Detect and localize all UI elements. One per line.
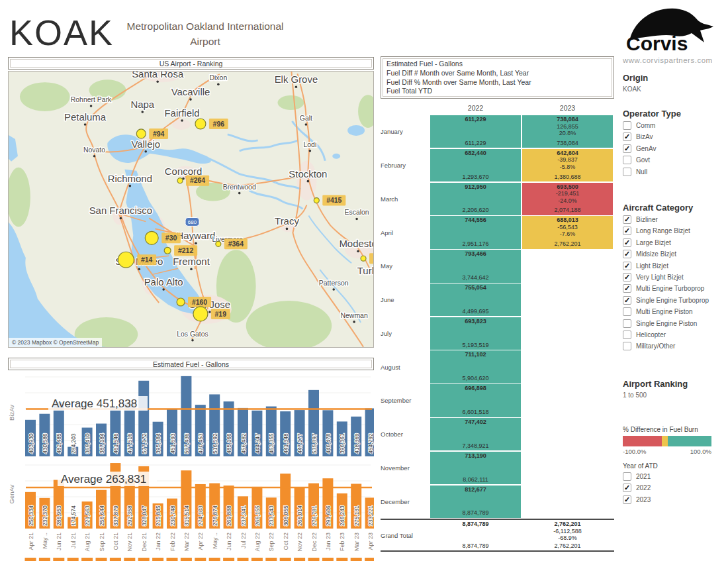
checkbox[interactable] xyxy=(623,319,631,328)
x-axis-tick[interactable] xyxy=(53,558,64,561)
fuel-cell-2022[interactable]: 611,229611,229 xyxy=(430,115,521,148)
airport-bubble[interactable] xyxy=(195,119,206,129)
fuel-cell-2023[interactable]: 688,013-56,543-7.6%2,762,201 xyxy=(522,216,613,248)
checkbox-item-bizliner[interactable]: ✓Bizliner xyxy=(623,215,723,224)
x-axis-tick[interactable] xyxy=(124,558,135,561)
x-axis-tick[interactable] xyxy=(238,558,249,561)
checkbox[interactable] xyxy=(623,168,631,176)
airport-marker-19[interactable]: #19 xyxy=(193,307,230,321)
checkbox[interactable]: ✓ xyxy=(623,144,631,153)
airport-bubble[interactable] xyxy=(216,241,221,246)
x-axis-tick[interactable] xyxy=(25,558,36,561)
fuel-cell-2022[interactable]: 696,8986,601,518 xyxy=(430,384,521,417)
checkbox[interactable]: ✓ xyxy=(623,215,631,224)
checkbox[interactable] xyxy=(623,472,631,481)
airport-ranking-value[interactable]: 1 to 500 xyxy=(623,391,723,399)
website-link[interactable]: www.corvispartners.com xyxy=(623,56,713,64)
checkbox[interactable] xyxy=(623,307,631,316)
checkbox[interactable]: ✓ xyxy=(623,250,631,258)
checkbox-item-null[interactable]: Null xyxy=(623,168,723,176)
fuel-cell-2023[interactable]: 738,084126,85520.8%738,084 xyxy=(522,115,613,148)
checkbox[interactable] xyxy=(623,156,631,164)
checkbox[interactable] xyxy=(623,342,631,350)
checkbox-item-single-engine-turboprop[interactable]: ✓Single Engine Turboprop xyxy=(623,296,723,305)
fuel-cell-2022[interactable]: 812,6778,874,789 xyxy=(430,486,521,518)
fuel-burn-gradient[interactable] xyxy=(623,436,711,446)
x-axis-tick[interactable] xyxy=(181,558,192,561)
checkbox-item-light-bizjet[interactable]: ✓Light Bizjet xyxy=(623,262,723,270)
checkbox[interactable]: ✓ xyxy=(623,132,631,141)
checkbox[interactable]: ✓ xyxy=(623,273,631,282)
x-axis-tick[interactable] xyxy=(223,558,234,561)
x-axis-tick[interactable] xyxy=(96,558,107,561)
x-axis-tick[interactable] xyxy=(265,558,277,561)
checkbox-item-comm[interactable]: Comm xyxy=(623,121,723,130)
airport-bubble[interactable] xyxy=(193,307,208,321)
checkbox-item-large-bizjet[interactable]: ✓Large Bizjet xyxy=(623,238,723,247)
checkbox-item-multi-engine-turboprop[interactable]: ✓Multi Engine Turboprop xyxy=(623,284,723,293)
fuel-cell-2023[interactable]: 2,762,201-6,112,588-68.9%2,762,201 xyxy=(522,520,613,550)
x-axis-tick[interactable] xyxy=(110,558,121,561)
checkbox-item-midsize-bizjet[interactable]: ✓Midsize Bizjet xyxy=(623,250,723,258)
x-axis-tick[interactable] xyxy=(294,558,305,561)
checkbox[interactable]: ✓ xyxy=(623,296,631,305)
fuel-cell-2022[interactable]: 693,8235,193,519 xyxy=(430,317,521,350)
airport-bubble[interactable] xyxy=(177,298,185,306)
fuel-cell-2022[interactable]: 8,874,7898,874,789 xyxy=(430,520,521,550)
airport-bubble[interactable] xyxy=(136,129,146,138)
fuel-cell-2022[interactable]: 747,4027,348,921 xyxy=(430,418,521,450)
x-axis-tick[interactable] xyxy=(167,558,178,561)
x-axis-tick[interactable] xyxy=(209,558,220,561)
fuel-cell-2022[interactable]: 755,0544,499,695 xyxy=(430,283,521,316)
checkbox-item-very-light-bizjet[interactable]: ✓Very Light Bizjet xyxy=(623,273,723,282)
x-axis-tick[interactable] xyxy=(280,558,291,561)
checkbox[interactable]: ✓ xyxy=(623,262,631,270)
checkbox-item-bizav[interactable]: ✓BizAv xyxy=(623,132,723,141)
map-attribution[interactable]: © 2023 Mapbox © OpenStreetMap xyxy=(9,338,102,347)
x-axis-tick[interactable] xyxy=(308,558,320,561)
checkbox-item-2022[interactable]: ✓2022 xyxy=(623,484,723,492)
x-axis-tick[interactable] xyxy=(138,558,150,561)
checkbox[interactable]: ✓ xyxy=(623,284,631,293)
fuel-cell-2023[interactable]: 693,500-219,451-24.0%2,074,188 xyxy=(522,183,613,215)
checkbox[interactable]: ✓ xyxy=(623,495,631,504)
checkbox-item-single-engine-piston[interactable]: Single Engine Piston xyxy=(623,319,723,328)
x-axis-tick[interactable] xyxy=(322,558,334,561)
checkbox[interactable] xyxy=(623,121,631,130)
x-axis-tick[interactable] xyxy=(195,558,206,561)
x-axis-tick[interactable] xyxy=(351,558,362,561)
x-axis-tick[interactable] xyxy=(81,558,93,561)
airport-bubble[interactable] xyxy=(118,252,134,268)
airport-bubble[interactable] xyxy=(314,198,319,203)
airport-marker-96[interactable]: #96 xyxy=(195,119,228,129)
x-axis-tick[interactable] xyxy=(68,558,79,561)
fuel-cell-2023[interactable]: 642,604-39,837-5.8%1,380,688 xyxy=(522,149,613,181)
checkbox-item-genav[interactable]: ✓GenAv xyxy=(623,144,723,153)
map-panel[interactable]: Santa RosaRohnert ParkPetalumaNapaFairfi… xyxy=(8,71,374,348)
fuel-cell-2022[interactable]: 912,9502,206,620 xyxy=(430,183,521,215)
x-axis-tick[interactable] xyxy=(251,558,263,561)
checkbox-item-multi-engine-piston[interactable]: Multi Engine Piston xyxy=(623,307,723,316)
checkbox[interactable]: ✓ xyxy=(623,238,631,247)
checkbox-item-2023[interactable]: ✓2023 xyxy=(623,495,723,504)
x-axis-tick[interactable] xyxy=(152,558,163,561)
fuel-cell-2022[interactable]: 682,4401,293,670 xyxy=(430,149,521,181)
checkbox[interactable]: ✓ xyxy=(623,484,631,492)
checkbox-item-long-range-bizjet[interactable]: ✓Long Range Bizjet xyxy=(623,227,723,235)
origin-value[interactable]: KOAK xyxy=(623,85,723,93)
checkbox-item-military-other[interactable]: Military/Other xyxy=(623,342,723,350)
x-axis-tick[interactable] xyxy=(365,558,374,561)
airport-marker-30[interactable]: #30 xyxy=(145,231,181,244)
x-axis-tick[interactable] xyxy=(39,558,50,561)
fuel-cell-2022[interactable]: 744,5562,951,176 xyxy=(430,216,521,248)
checkbox-item-2021[interactable]: 2021 xyxy=(623,472,723,481)
airport-marker-160[interactable]: #160 xyxy=(177,297,211,307)
checkbox[interactable]: ✓ xyxy=(623,227,631,235)
fuel-cell-2022[interactable]: 713,1908,062,111 xyxy=(430,452,521,484)
checkbox[interactable] xyxy=(623,331,631,339)
x-axis-tick[interactable] xyxy=(336,558,347,561)
map-canvas[interactable]: Santa RosaRohnert ParkPetalumaNapaFairfi… xyxy=(9,72,373,347)
fuel-cell-2022[interactable]: 793,4663,744,642 xyxy=(430,250,521,282)
fuel-cell-2022[interactable]: 711,1025,904,620 xyxy=(430,350,521,383)
airport-bubble[interactable] xyxy=(164,247,171,254)
